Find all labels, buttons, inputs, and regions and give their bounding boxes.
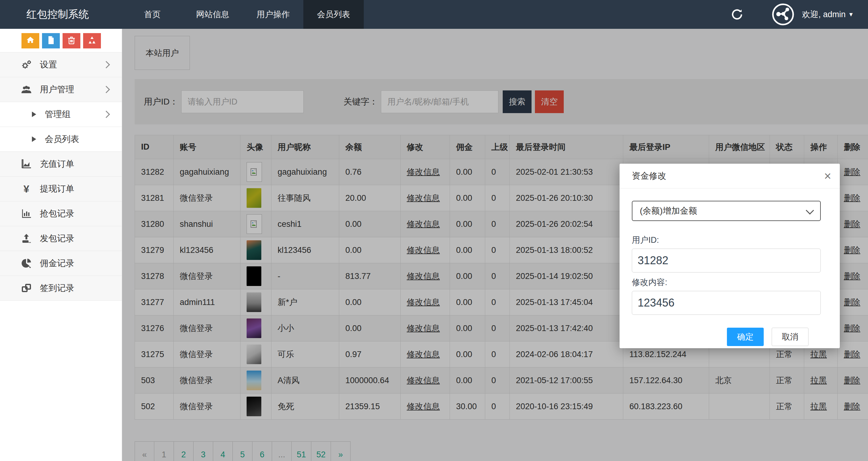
sidebar-item-label: 管理组 xyxy=(45,108,70,120)
nav-item-4[interactable]: 会员列表 xyxy=(303,0,364,29)
recycle-icon xyxy=(87,36,97,46)
sidebar-item-1[interactable]: 用户管理 xyxy=(0,77,122,102)
sidebar-item-5[interactable]: ¥提现订单 xyxy=(0,176,122,201)
top-navbar: 红包控制系统 首页网站信息用户操作会员列表 欢迎, admin ▾ xyxy=(0,0,868,29)
chevron-right-icon xyxy=(102,61,110,68)
close-icon[interactable]: × xyxy=(824,170,831,182)
sidebar-item-label: 佣金记录 xyxy=(40,258,74,269)
sidebar-item-label: 会员列表 xyxy=(45,133,79,145)
users-icon xyxy=(20,84,32,96)
amount-type-value: (余额)增加金额 xyxy=(640,205,697,217)
bars-icon xyxy=(20,207,32,220)
navbar-menu: 首页网站信息用户操作会员列表 xyxy=(122,0,364,29)
navbar-right: 欢迎, admin ▾ xyxy=(730,0,868,29)
welcome-text: 欢迎, admin xyxy=(802,9,846,20)
user-avatar[interactable] xyxy=(772,3,795,26)
sidebar: 设置用户管理管理组会员列表充值订单¥提现订单抢包记录发包记录佣金记录签到记录 xyxy=(0,29,122,461)
file-button[interactable] xyxy=(42,33,60,48)
sidebar-item-label: 用户管理 xyxy=(40,84,74,95)
sidebar-item-3[interactable]: 会员列表 xyxy=(0,127,122,152)
refresh-icon[interactable] xyxy=(730,7,744,22)
modal-content-input[interactable] xyxy=(632,291,821,315)
chevron-down-icon xyxy=(806,206,814,215)
caret-down-icon: ▾ xyxy=(849,10,852,19)
sidebar-menu: 设置用户管理管理组会员列表充值订单¥提现订单抢包记录发包记录佣金记录签到记录 xyxy=(0,52,122,301)
modal-footer: 确定 取消 xyxy=(632,315,821,346)
trash-icon xyxy=(67,36,76,46)
sidebar-item-7[interactable]: 发包记录 xyxy=(0,226,122,251)
sidebar-item-8[interactable]: 佣金记录 xyxy=(0,251,122,276)
sidebar-item-9[interactable]: 签到记录 xyxy=(0,276,122,301)
sidebar-item-label: 充值订单 xyxy=(40,158,74,170)
sidebar-quick-buttons xyxy=(0,29,122,52)
modal-content-label: 修改内容: xyxy=(632,277,821,288)
modal-body: (余额)增加金额 用户ID: 修改内容: 确定 取消 xyxy=(620,189,840,346)
funds-edit-modal: 资金修改 × (余额)增加金额 用户ID: 修改内容: 确定 取消 xyxy=(620,164,840,348)
nav-item-2[interactable]: 网站信息 xyxy=(183,0,243,29)
welcome-dropdown[interactable]: 欢迎, admin ▾ xyxy=(802,9,852,20)
modal-userid-input[interactable] xyxy=(632,249,821,272)
app-title: 红包控制系统 xyxy=(0,0,122,29)
amount-type-select[interactable]: (余额)增加金额 xyxy=(632,201,821,221)
sidebar-item-label: 设置 xyxy=(40,59,57,70)
chevron-right-icon xyxy=(102,86,110,93)
file-icon xyxy=(46,36,56,46)
confirm-button[interactable]: 确定 xyxy=(727,328,764,346)
cancel-button[interactable]: 取消 xyxy=(772,328,808,346)
modal-header: 资金修改 × xyxy=(620,164,840,189)
chevron-right-icon xyxy=(102,111,110,118)
sidebar-item-label: 签到记录 xyxy=(40,282,74,294)
trash-button[interactable] xyxy=(63,33,80,48)
home-button[interactable] xyxy=(22,33,39,48)
caret-icon xyxy=(31,133,37,145)
yen-icon: ¥ xyxy=(20,183,32,195)
caret-icon xyxy=(31,108,37,121)
content-area: 本站用户 用户ID： 关键字： 搜索 清空 ID账号头像用户昵称余额修改佣金上级… xyxy=(122,29,868,461)
sidebar-item-6[interactable]: 抢包记录 xyxy=(0,201,122,226)
sign-icon xyxy=(20,282,32,294)
pie-icon xyxy=(20,257,32,269)
nav-item-1[interactable]: 首页 xyxy=(122,0,183,29)
sidebar-item-label: 发包记录 xyxy=(40,233,74,244)
sidebar-item-2[interactable]: 管理组 xyxy=(0,102,122,127)
modal-userid-label: 用户ID: xyxy=(632,234,821,245)
sidebar-item-label: 提现订单 xyxy=(40,183,74,195)
recycle-button[interactable] xyxy=(83,33,101,48)
sidebar-item-0[interactable]: 设置 xyxy=(0,53,122,77)
gears-icon xyxy=(20,59,32,71)
home-icon xyxy=(26,36,35,46)
modal-title: 资金修改 xyxy=(632,170,666,182)
sidebar-item-4[interactable]: 充值订单 xyxy=(0,152,122,176)
upload-icon xyxy=(20,232,32,244)
area-icon xyxy=(20,158,32,170)
sidebar-item-label: 抢包记录 xyxy=(40,208,74,220)
nav-item-3[interactable]: 用户操作 xyxy=(243,0,303,29)
